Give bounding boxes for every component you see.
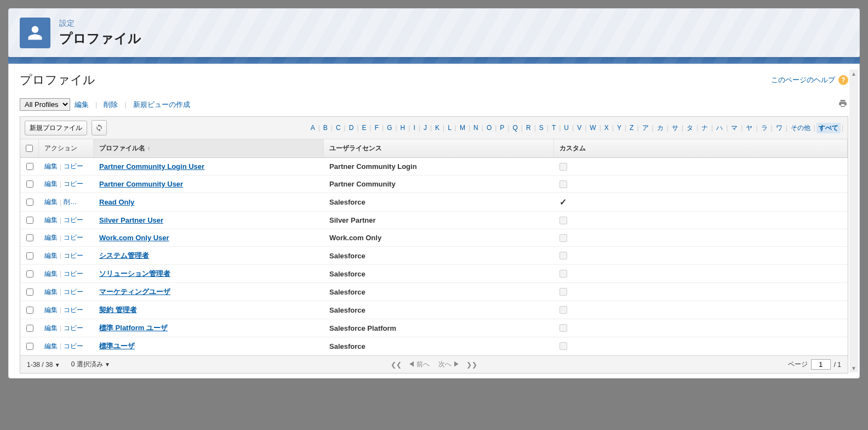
row-copy-link[interactable]: コピー bbox=[64, 216, 83, 225]
row-edit-link[interactable]: 編集 bbox=[44, 269, 58, 279]
column-license[interactable]: ユーザライセンス bbox=[324, 139, 554, 157]
row-copy-link[interactable]: コピー bbox=[64, 287, 83, 297]
row-edit-link[interactable]: 編集 bbox=[44, 305, 58, 315]
row-edit-link[interactable]: 編集 bbox=[44, 216, 58, 225]
profile-name-link[interactable]: 標準 Platform ユーザ bbox=[99, 324, 168, 332]
first-page-icon[interactable]: ❮❮ bbox=[391, 361, 402, 369]
page-input[interactable] bbox=[811, 359, 831, 370]
profile-name-link[interactable]: システム管理者 bbox=[99, 251, 149, 259]
alpha-V[interactable]: V bbox=[575, 123, 584, 132]
row-edit-link[interactable]: 編集 bbox=[44, 197, 58, 207]
row-checkbox[interactable] bbox=[26, 288, 33, 296]
profile-name-link[interactable]: Partner Community Login User bbox=[99, 162, 204, 171]
alpha-R[interactable]: R bbox=[524, 123, 533, 132]
column-name[interactable]: プロファイル名↑ bbox=[94, 139, 324, 157]
row-copy-link[interactable]: コピー bbox=[64, 162, 83, 171]
row-edit-link[interactable]: 編集 bbox=[44, 233, 58, 242]
alpha-カ[interactable]: カ bbox=[655, 123, 666, 133]
profile-name-link[interactable]: Silver Partner User bbox=[99, 216, 163, 224]
alpha-T[interactable]: T bbox=[550, 123, 558, 132]
row-edit-link[interactable]: 編集 bbox=[44, 162, 58, 171]
row-edit-link[interactable]: 編集 bbox=[44, 287, 58, 297]
row-copy-link[interactable]: コピー bbox=[64, 251, 83, 261]
alpha-マ[interactable]: マ bbox=[729, 123, 740, 133]
row-checkbox[interactable] bbox=[26, 270, 33, 278]
alpha-W[interactable]: W bbox=[587, 123, 598, 132]
row-copy-link[interactable]: コピー bbox=[64, 342, 83, 351]
row-delete-link[interactable]: 削… bbox=[64, 197, 77, 207]
alpha-other[interactable]: その他 bbox=[789, 123, 813, 133]
profile-name-link[interactable]: ソリューション管理者 bbox=[99, 269, 170, 278]
column-action[interactable]: アクション bbox=[39, 139, 94, 157]
last-page-icon[interactable]: ❯❯ bbox=[466, 361, 477, 369]
profile-name-link[interactable]: Partner Community User bbox=[99, 180, 183, 188]
alpha-タ[interactable]: タ bbox=[684, 123, 695, 133]
row-checkbox[interactable] bbox=[26, 307, 33, 314]
alpha-P[interactable]: P bbox=[498, 123, 506, 132]
profile-name-link[interactable]: Work.com Only User bbox=[99, 234, 169, 242]
alpha-Q[interactable]: Q bbox=[510, 123, 519, 132]
row-copy-link[interactable]: コピー bbox=[64, 233, 83, 242]
row-checkbox[interactable] bbox=[26, 234, 33, 241]
refresh-button[interactable] bbox=[92, 120, 107, 135]
row-copy-link[interactable]: コピー bbox=[64, 269, 83, 279]
alpha-ナ[interactable]: ナ bbox=[699, 123, 710, 133]
row-checkbox[interactable] bbox=[26, 217, 33, 224]
selection-count[interactable]: 0 選択済み ▼ bbox=[71, 360, 110, 369]
view-select[interactable]: All Profiles bbox=[20, 98, 70, 111]
prev-page-link[interactable]: ◀ 前へ bbox=[406, 360, 432, 369]
row-checkbox[interactable] bbox=[26, 180, 33, 188]
alpha-D[interactable]: D bbox=[347, 123, 356, 132]
row-edit-link[interactable]: 編集 bbox=[44, 324, 58, 333]
alpha-J[interactable]: J bbox=[421, 123, 429, 132]
row-edit-link[interactable]: 編集 bbox=[44, 179, 58, 189]
view-new-link[interactable]: 新規ビューの作成 bbox=[133, 100, 190, 110]
alpha-C[interactable]: C bbox=[334, 123, 343, 132]
row-edit-link[interactable]: 編集 bbox=[44, 251, 58, 261]
alpha-Y[interactable]: Y bbox=[615, 123, 624, 132]
alpha-ワ[interactable]: ワ bbox=[774, 123, 785, 133]
row-checkbox[interactable] bbox=[26, 163, 33, 170]
next-page-link[interactable]: 次へ ▶ bbox=[436, 360, 462, 369]
alpha-L[interactable]: L bbox=[446, 123, 454, 132]
alpha-ヤ[interactable]: ヤ bbox=[744, 123, 755, 133]
alpha-O[interactable]: O bbox=[484, 123, 494, 132]
row-copy-link[interactable]: コピー bbox=[64, 179, 83, 189]
help-link[interactable]: このページのヘルプ ? bbox=[771, 75, 848, 85]
view-edit-link[interactable]: 編集 bbox=[75, 100, 89, 110]
alpha-B[interactable]: B bbox=[321, 123, 330, 132]
print-icon[interactable] bbox=[837, 99, 848, 110]
row-copy-link[interactable]: コピー bbox=[64, 305, 83, 315]
alpha-Z[interactable]: Z bbox=[627, 123, 636, 132]
alpha-ア[interactable]: ア bbox=[640, 123, 651, 133]
new-profile-button[interactable]: 新規プロファイル bbox=[25, 121, 87, 135]
alpha-M[interactable]: M bbox=[458, 123, 467, 132]
profile-name-link[interactable]: 契約 管理者 bbox=[99, 305, 137, 314]
row-copy-link[interactable]: コピー bbox=[64, 324, 83, 333]
alpha-I[interactable]: I bbox=[411, 123, 417, 132]
row-checkbox[interactable] bbox=[26, 325, 33, 332]
select-all-checkbox[interactable] bbox=[26, 145, 33, 152]
view-delete-link[interactable]: 削除 bbox=[104, 100, 118, 110]
alpha-N[interactable]: N bbox=[471, 123, 481, 132]
alpha-all[interactable]: すべて bbox=[816, 123, 841, 133]
row-checkbox[interactable] bbox=[26, 343, 33, 350]
alpha-H[interactable]: H bbox=[398, 123, 408, 132]
alpha-ラ[interactable]: ラ bbox=[759, 123, 770, 133]
alpha-S[interactable]: S bbox=[537, 123, 546, 132]
profile-name-link[interactable]: Read Only bbox=[99, 198, 134, 206]
alpha-ハ[interactable]: ハ bbox=[714, 123, 725, 133]
record-range[interactable]: 1-38 / 38 ▼ bbox=[27, 361, 60, 369]
alpha-G[interactable]: G bbox=[385, 123, 394, 132]
profile-name-link[interactable]: マーケティングユーザ bbox=[99, 287, 170, 296]
alpha-F[interactable]: F bbox=[373, 123, 381, 132]
alpha-E[interactable]: E bbox=[360, 123, 369, 132]
row-checkbox[interactable] bbox=[26, 199, 33, 206]
alpha-K[interactable]: K bbox=[433, 123, 442, 132]
row-checkbox[interactable] bbox=[26, 252, 33, 259]
row-edit-link[interactable]: 編集 bbox=[44, 342, 58, 351]
profile-name-link[interactable]: 標準ユーザ bbox=[99, 342, 135, 350]
alpha-X[interactable]: X bbox=[602, 123, 611, 132]
alpha-U[interactable]: U bbox=[562, 123, 571, 132]
column-custom[interactable]: カスタム bbox=[554, 139, 848, 157]
